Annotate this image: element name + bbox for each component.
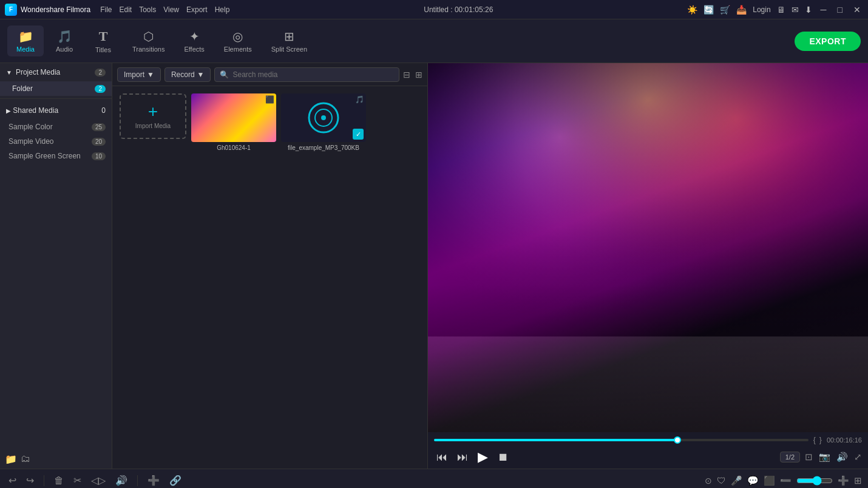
audio-adjust-button[interactable]: 🔊 bbox=[113, 473, 130, 487]
aspect-icon[interactable]: ⬛ bbox=[764, 475, 775, 486]
stop-button[interactable]: ⏹ bbox=[495, 450, 511, 465]
project-media-badge: 2 bbox=[95, 69, 106, 76]
redo-button[interactable]: ↪ bbox=[24, 473, 36, 487]
progress-bar-wrap: { } 00:00:16:16 bbox=[428, 432, 868, 446]
project-media-header-left: ▼ Project Media bbox=[6, 68, 60, 76]
subtitle-icon[interactable]: 💬 bbox=[747, 475, 759, 486]
media-toolbar: Import ▼ Record ▼ 🔍 ⊟ ⊞ bbox=[112, 63, 427, 86]
prev-frame-button[interactable]: ⏭ bbox=[455, 450, 470, 465]
project-media-header[interactable]: ▼ Project Media 2 bbox=[0, 63, 112, 81]
tool-elements[interactable]: ◎ Elements bbox=[215, 25, 260, 56]
menu-export[interactable]: Export bbox=[186, 5, 208, 14]
video1-thumbnail: ⬛ bbox=[191, 93, 276, 142]
music-note-svg bbox=[305, 100, 342, 136]
menu-help[interactable]: Help bbox=[215, 5, 230, 14]
export-button[interactable]: EXPORT bbox=[795, 32, 861, 51]
media-item-video1[interactable]: ⬛ Gh010624-1 bbox=[191, 93, 276, 151]
ratio-dropdown[interactable]: 1/2 bbox=[780, 452, 800, 463]
media-icon[interactable]: 🖥 bbox=[777, 5, 785, 15]
video-clip-icon: ⬛ bbox=[265, 95, 274, 104]
minimize-button[interactable]: ─ bbox=[818, 4, 829, 16]
in-point-icon[interactable]: { bbox=[813, 436, 816, 444]
app-icon: F bbox=[5, 4, 17, 16]
search-icon: 🔍 bbox=[220, 70, 229, 79]
search-bar[interactable]: 🔍 bbox=[214, 67, 399, 82]
title-bar: F Wondershare Filmora File Edit Tools Vi… bbox=[0, 0, 868, 19]
undo-button[interactable]: ↩ bbox=[6, 473, 19, 487]
folder-label: Folder bbox=[12, 84, 33, 93]
play-button[interactable]: ▶ bbox=[475, 448, 490, 466]
menu-tools[interactable]: Tools bbox=[139, 5, 156, 14]
tool-effects[interactable]: ✦ Effects bbox=[175, 25, 212, 56]
add-media-icon: + bbox=[148, 103, 158, 120]
filter-icon[interactable]: ⊟ bbox=[403, 70, 410, 80]
shared-media-header[interactable]: ▶ Shared Media 0 bbox=[0, 101, 112, 120]
record-dropdown[interactable]: Record ▼ bbox=[164, 67, 211, 82]
out-point-icon[interactable]: } bbox=[819, 436, 822, 444]
update-icon[interactable]: 🔄 bbox=[704, 5, 714, 15]
preview-area bbox=[428, 63, 868, 432]
playback-controls: ⏮ ⏭ ▶ ⏹ 1/2 ⊡ 📷 🔊 ⤢ bbox=[428, 446, 868, 469]
menu-edit[interactable]: Edit bbox=[120, 5, 132, 14]
delete-folder-icon[interactable]: 🗂 bbox=[21, 453, 30, 465]
color-correct-icon[interactable]: ⊙ bbox=[705, 476, 712, 486]
plus-icon[interactable]: ➕ bbox=[838, 475, 849, 486]
zoom-slider[interactable] bbox=[796, 476, 833, 486]
svg-rect-6 bbox=[428, 63, 868, 432]
media-item-audio1[interactable]: 🎵 ✓ file_example_MP3_700KB bbox=[281, 93, 366, 151]
progress-thumb[interactable] bbox=[674, 436, 681, 444]
delete-button[interactable]: 🗑 bbox=[52, 474, 66, 487]
cut-button[interactable]: ✂ bbox=[71, 473, 84, 487]
crop-icon[interactable]: ⊡ bbox=[805, 452, 813, 463]
download2-icon[interactable]: ⬇ bbox=[805, 5, 812, 15]
folder-row[interactable]: Folder 2 bbox=[0, 81, 112, 96]
menu-file[interactable]: File bbox=[100, 5, 112, 14]
media-panel: Import ▼ Record ▼ 🔍 ⊟ ⊞ + Import Media bbox=[112, 63, 428, 469]
cart-icon[interactable]: 🛒 bbox=[720, 5, 730, 15]
download-icon[interactable]: 📥 bbox=[736, 5, 747, 15]
close-button[interactable]: ✕ bbox=[851, 4, 863, 16]
search-input[interactable] bbox=[232, 70, 394, 79]
zoom-range[interactable] bbox=[796, 476, 833, 486]
minus-icon[interactable]: ➖ bbox=[780, 475, 792, 486]
tool-transitions[interactable]: ⬡ Transitions bbox=[124, 25, 173, 56]
adjust-left-button[interactable]: ◁▷ bbox=[89, 473, 108, 487]
tool-titles[interactable]: T Titles bbox=[85, 25, 121, 57]
sidebar-item-sample-green[interactable]: Sample Green Screen 10 bbox=[0, 149, 112, 163]
grid-view-icon[interactable]: ⊞ bbox=[415, 70, 422, 80]
sidebar-item-sample-video[interactable]: Sample Video 20 bbox=[0, 134, 112, 149]
voiceover-icon[interactable]: 🎤 bbox=[731, 475, 742, 486]
go-start-button[interactable]: ⏮ bbox=[434, 450, 450, 465]
main-area: ▼ Project Media 2 Folder 2 ▶ Shared Medi… bbox=[0, 63, 868, 469]
progress-track[interactable] bbox=[434, 439, 809, 441]
shared-media-badge: 0 bbox=[101, 106, 106, 115]
import-placeholder[interactable]: + Import Media bbox=[120, 93, 186, 139]
sample-color-label: Sample Color bbox=[8, 123, 53, 131]
tool-split-screen[interactable]: ⊞ Split Screen bbox=[263, 25, 316, 56]
split-screen-icon: ⊞ bbox=[284, 29, 294, 44]
import-dropdown[interactable]: Import ▼ bbox=[117, 67, 161, 82]
fit-timeline-icon[interactable]: ⊞ bbox=[854, 475, 862, 486]
menu-view[interactable]: View bbox=[163, 5, 179, 14]
snapshot-icon[interactable]: 📷 bbox=[819, 452, 830, 463]
link-button[interactable]: 🔗 bbox=[167, 473, 184, 487]
effects-icon: ✦ bbox=[189, 29, 200, 44]
menu-bar[interactable]: File Edit Tools View Export Help bbox=[100, 5, 229, 14]
tool-titles-label: Titles bbox=[95, 46, 111, 53]
tool-media[interactable]: 📁 Media bbox=[7, 25, 44, 56]
fullscreen-icon[interactable]: ⤢ bbox=[854, 452, 862, 463]
sidebar-item-sample-color[interactable]: Sample Color 25 bbox=[0, 120, 112, 134]
login-btn[interactable]: Login bbox=[753, 5, 770, 14]
media-icon: 📁 bbox=[18, 29, 33, 44]
maximize-button[interactable]: □ bbox=[835, 4, 845, 16]
new-folder-icon[interactable]: 📁 bbox=[5, 453, 17, 465]
panel-divider-1 bbox=[0, 98, 112, 99]
audio1-name: file_example_MP3_700KB bbox=[288, 144, 359, 151]
mask-icon[interactable]: 🛡 bbox=[717, 475, 726, 486]
mail-icon[interactable]: ✉ bbox=[792, 5, 799, 15]
title-bar-controls[interactable]: ☀️ 🔄 🛒 📥 Login 🖥 ✉ ⬇ ─ □ ✕ bbox=[687, 4, 863, 16]
volume-icon[interactable]: 🔊 bbox=[836, 452, 848, 463]
add-track-button[interactable]: ➕ bbox=[145, 473, 162, 487]
sun-icon[interactable]: ☀️ bbox=[687, 5, 697, 15]
tool-audio[interactable]: 🎵 Audio bbox=[46, 25, 83, 56]
